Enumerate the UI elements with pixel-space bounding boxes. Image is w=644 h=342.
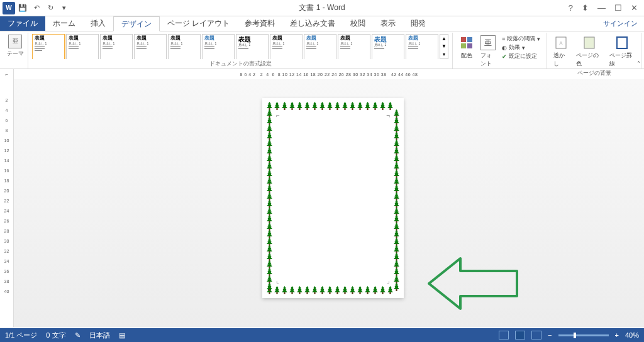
svg-rect-39 (382, 292, 383, 294)
tab-file[interactable]: ファイル (0, 16, 45, 31)
style-thumb[interactable]: 表題見出し 1▬▬▬▬▬▬▬▬ (338, 34, 370, 59)
status-word-count[interactable]: 0 文字 (46, 331, 65, 340)
style-thumb[interactable]: 表題見出し 1▬▬▬▬▬▬▬▬▬▬▬ (32, 34, 65, 59)
style-thumb[interactable]: 表題見出し 1▬▬▬▬▬▬▬▬ (406, 34, 438, 59)
svg-rect-12 (284, 108, 285, 110)
qat-more-icon[interactable]: ▾ (58, 2, 70, 14)
style-thumb[interactable]: 表題見出し 1▬▬▬▬▬▬▬▬ (100, 34, 133, 59)
macro-icon[interactable]: ▤ (119, 331, 125, 339)
svg-rect-41 (389, 292, 391, 294)
style-thumb[interactable]: 表題見出し 1▬▬▬▬ (372, 34, 404, 59)
themes-button[interactable]: 亜 テーマ (6, 34, 24, 58)
close-icon[interactable]: ✕ (631, 3, 638, 13)
quick-access-toolbar: W 💾 ↶ ↻ ▾ (0, 2, 73, 14)
undo-icon[interactable]: ↶ (30, 2, 43, 14)
redo-icon[interactable]: ↻ (44, 2, 57, 14)
horizontal-ruler-area: ⌐ 8 6 4 2 2 4 6 8 10 12 14 16 18 20 22 2… (0, 69, 644, 79)
svg-rect-25 (329, 292, 330, 294)
ribbon-tabs: ファイル ホーム 挿入 デザイン ページ レイアウト 参考資料 差し込み文書 校… (0, 16, 644, 31)
save-icon[interactable]: 💾 (16, 2, 29, 14)
style-thumb[interactable]: 表題見出し 1▬▬▬▬▬▬▬▬ (134, 34, 167, 59)
fonts-button[interactable]: 亜フォント (478, 34, 498, 69)
style-thumb[interactable]: 表題見出し 1▬▬▬▬▬▬▬▬ (202, 34, 235, 59)
tab-developer[interactable]: 開発 (403, 16, 433, 31)
tree-border-icon (341, 286, 348, 294)
tree-border-icon (379, 102, 386, 110)
window-controls: ? ⬍ — ☐ ✕ (569, 3, 644, 13)
svg-rect-29 (344, 292, 345, 294)
annotation-arrow-icon (423, 252, 530, 315)
minimize-icon[interactable]: — (597, 3, 606, 13)
svg-rect-9 (269, 292, 270, 294)
document-canvas[interactable]: ⌐ ¬ ⌞ ⌟ (14, 79, 644, 327)
page-color-button[interactable]: ページの色 (574, 34, 604, 69)
para-spacing-button[interactable]: ≡段落の間隔▾ (502, 35, 540, 43)
effects-button[interactable]: ◐効果▾ (502, 43, 540, 52)
tree-border-icon (319, 102, 326, 110)
gallery-scroll[interactable]: ▲▼▾ (440, 34, 448, 59)
horizontal-ruler[interactable]: 8 6 4 2 2 4 6 8 10 12 14 16 18 20 22 24 … (14, 69, 644, 79)
style-gallery[interactable]: 表題見出し 1▬▬▬▬▬▬▬▬▬▬▬ 表題見出し 1▬▬▬▬▬▬▬▬ 表題見出し… (32, 34, 448, 59)
tree-border-icon (349, 102, 356, 110)
maximize-icon[interactable]: ☐ (614, 3, 622, 13)
zoom-in-icon[interactable]: + (615, 331, 619, 339)
view-web-icon[interactable] (531, 331, 541, 339)
help-icon[interactable]: ? (569, 3, 573, 13)
zoom-out-icon[interactable]: − (548, 331, 552, 339)
tab-mailings[interactable]: 差し込み文書 (282, 16, 343, 31)
tab-references[interactable]: 参考資料 (237, 16, 282, 31)
zoom-level[interactable]: 40% (625, 331, 639, 339)
svg-rect-38 (382, 108, 383, 110)
document-page[interactable]: ⌐ ¬ ⌞ ⌟ (262, 98, 404, 298)
ruler-corner: ⌐ (0, 69, 14, 79)
tree-border-icon (334, 286, 341, 294)
tree-border-icon (289, 102, 296, 110)
set-default-button[interactable]: ✔既定に設定 (502, 52, 540, 60)
chevron-down-icon[interactable]: ▼ (440, 43, 448, 49)
signin-link[interactable]: サインイン (597, 16, 644, 31)
style-thumb[interactable]: 表題見出し 1▬▬▬▬▬▬▬▬ (168, 34, 201, 59)
svg-rect-7 (617, 37, 627, 48)
margin-mark-icon: ⌞ (276, 277, 279, 284)
zoom-slider[interactable] (558, 334, 609, 336)
gallery-more-icon[interactable]: ▾ (440, 52, 448, 57)
svg-rect-11 (276, 292, 277, 294)
style-thumb[interactable]: 表題見出し 1▬▬▬▬ (236, 34, 269, 59)
word-app-icon[interactable]: W (3, 2, 15, 14)
style-thumb[interactable]: 表題見出し 1▬▬▬▬▬▬▬▬ (66, 34, 99, 59)
tree-border-icon (393, 283, 400, 291)
colors-button[interactable]: 配色 (457, 34, 477, 69)
svg-rect-10 (276, 108, 277, 110)
tree-page-border (266, 102, 400, 294)
tab-review[interactable]: 校閲 (343, 16, 373, 31)
tab-view[interactable]: 表示 (373, 16, 403, 31)
tab-home[interactable]: ホーム (45, 16, 83, 31)
svg-rect-35 (367, 292, 368, 294)
view-read-icon[interactable] (499, 331, 509, 339)
status-page[interactable]: 1/1 ページ (5, 331, 37, 340)
svg-rect-31 (352, 292, 353, 294)
tab-insert[interactable]: 挿入 (83, 16, 113, 31)
watermark-icon: A (553, 35, 569, 50)
svg-rect-22 (321, 108, 323, 110)
proofing-icon[interactable]: ✎ (75, 331, 80, 339)
tree-border-icon (364, 102, 371, 110)
tree-border-icon (357, 286, 364, 294)
status-language[interactable]: 日本語 (89, 331, 110, 340)
tree-border-icon (319, 286, 326, 294)
watermark-button[interactable]: A透かし (551, 34, 571, 69)
vertical-ruler[interactable]: 246810121416182022242628303234363840 (0, 79, 14, 327)
tab-page-layout[interactable]: ページ レイアウト (160, 16, 237, 31)
style-thumb[interactable]: 表題見出し 1▬▬▬▬▬▬▬▬ (304, 34, 336, 59)
tab-design[interactable]: デザイン (113, 16, 160, 31)
chevron-up-icon[interactable]: ▲ (440, 36, 448, 41)
ribbon-display-icon[interactable]: ⬍ (582, 3, 589, 13)
tree-border-icon (311, 102, 318, 110)
style-thumb[interactable]: 表題見出し 1▬▬▬▬▬▬▬▬ (270, 34, 303, 59)
svg-rect-40 (389, 108, 391, 110)
collapse-ribbon-icon[interactable]: ˄ (637, 60, 640, 67)
tree-border-icon (349, 286, 356, 294)
view-print-icon[interactable] (515, 331, 525, 339)
page-border-button[interactable]: ページ罫線 (607, 34, 637, 69)
tree-border-icon (372, 286, 379, 294)
